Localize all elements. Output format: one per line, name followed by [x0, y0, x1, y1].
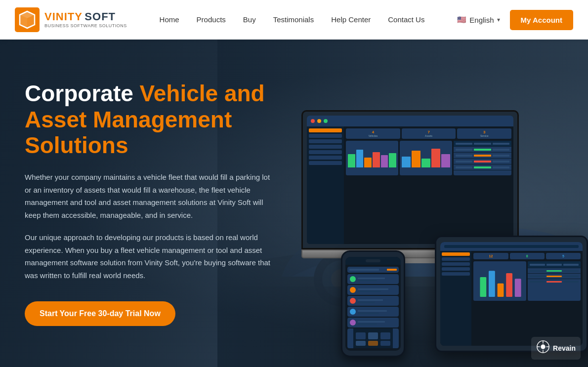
bar: [421, 159, 430, 167]
table-cell: [474, 166, 491, 168]
table-cell: [474, 161, 491, 163]
stat-label: Vehicles: [348, 134, 398, 137]
phone-item-text: [358, 321, 396, 325]
phone-list-item: [347, 285, 399, 295]
table-cell: [493, 166, 509, 168]
stat-card: 4 Vehicles: [346, 128, 400, 139]
tablet-chart-2: [528, 261, 581, 301]
dash-chart-area: [346, 141, 511, 175]
phone-screen: [345, 257, 401, 351]
tablet-sidebar: [440, 251, 471, 346]
tablet-table-cell: [563, 276, 579, 277]
dash-main: 4 Vehicles 7 Assets 3 Service: [344, 126, 513, 244]
sidebar-item: [309, 128, 342, 132]
phone-content: [345, 265, 401, 350]
phone-avatar: [350, 287, 356, 293]
tablet-chart-svg: [473, 261, 526, 301]
hero-cta-button[interactable]: Start Your Free 30-day Trial Now: [25, 301, 175, 326]
tablet-dash-header: [440, 242, 583, 251]
logo-text: VINITY SOFT BUSINESS SOFTWARE SOLUTIONS: [44, 11, 127, 28]
nav-contact-us[interactable]: Contact Us: [388, 15, 424, 24]
bar: [364, 158, 372, 167]
tablet-sidebar-item: [442, 267, 470, 271]
flag-icon: 🇺🇸: [457, 15, 466, 24]
svg-rect-19: [515, 279, 521, 297]
phone-avatar: [350, 276, 356, 282]
bar: [389, 153, 396, 167]
tablet-table-header: [528, 261, 581, 268]
phone-avatar: [350, 320, 356, 326]
dash-chart-bars: [346, 141, 398, 175]
svg-rect-25: [368, 341, 378, 346]
sidebar-item: [309, 161, 342, 165]
language-selector[interactable]: 🇺🇸 English ▾: [457, 15, 500, 24]
tablet-table-row: [528, 279, 581, 285]
dot-green: [324, 119, 328, 123]
hero-title-white: Corporate: [25, 81, 133, 106]
tablet-table-row: [528, 274, 581, 279]
phone-header-card: [347, 267, 399, 273]
dash-sidebar: [307, 126, 344, 244]
navbar: VINITY SOFT BUSINESS SOFTWARE SOLUTIONS …: [0, 0, 588, 40]
phone-item-text: [358, 310, 396, 314]
stat-label: Assets: [404, 134, 454, 137]
language-label: English: [469, 16, 494, 24]
table-row: [454, 147, 511, 153]
table-cell: [456, 149, 472, 151]
devices-mockup: 4 Vehicles 7 Assets 3 Service: [292, 100, 588, 367]
phone-text-line: [358, 310, 387, 312]
table-cell: [493, 149, 509, 151]
bar: [381, 155, 388, 167]
phone-title: [349, 269, 379, 271]
tablet-table-header-cell: [530, 264, 545, 266]
tablet-table-header-cell: [563, 264, 579, 266]
phone-avatar: [350, 309, 356, 315]
phone-list-item: [347, 307, 399, 317]
tablet-frame: 12 8 5: [435, 236, 588, 352]
tablet-dash-content: 12 8 5: [440, 251, 583, 346]
nav-products[interactable]: Products: [197, 15, 226, 24]
dash-content: 4 Vehicles 7 Assets 3 Service: [307, 126, 513, 244]
hero-paragraph-1: Whether your company maintains a vehicle…: [25, 171, 272, 221]
table-cell: [456, 143, 472, 145]
sidebar-item: [309, 145, 342, 149]
phone-notch-bar: [366, 259, 380, 262]
hero-title: Corporate Vehicle and Asset Management S…: [25, 81, 272, 159]
logo-tagline: BUSINESS SOFTWARE SOLUTIONS: [44, 23, 127, 28]
stat-card: 3 Service: [457, 128, 511, 139]
tablet-table-header-cell: [546, 264, 562, 266]
nav-help-center[interactable]: Help Center: [331, 15, 371, 24]
table-row: [454, 159, 511, 164]
bar-container: [402, 143, 450, 167]
table-cell: [474, 155, 491, 157]
svg-rect-18: [506, 273, 513, 297]
bar: [441, 154, 450, 167]
nav-buy[interactable]: Buy: [243, 15, 256, 24]
my-account-button[interactable]: My Account: [510, 10, 573, 30]
table-cell: [474, 143, 491, 145]
phone-image-area: [347, 328, 399, 348]
tablet-screen: 12 8 5: [440, 242, 583, 346]
table-cell: [493, 155, 509, 157]
revain-icon: [536, 340, 550, 357]
tablet-sidebar-item: [442, 257, 470, 261]
sidebar-item: [309, 134, 342, 138]
tablet-table-cell: [530, 276, 545, 277]
table-row: [454, 164, 511, 170]
tablet-table-cell: [563, 281, 579, 283]
nav-testimonials[interactable]: Testimonials: [273, 15, 314, 24]
phone-list-item: [347, 296, 399, 306]
laptop-screen: 4 Vehicles 7 Assets 3 Service: [301, 110, 519, 249]
svg-rect-24: [356, 341, 366, 346]
hero-content: Corporate Vehicle and Asset Management S…: [0, 51, 296, 356]
navbar-right: 🇺🇸 English ▾ My Account: [457, 10, 573, 30]
svg-rect-16: [489, 271, 495, 297]
logo-vinity: VINITY: [44, 10, 83, 23]
tablet-sidebar-item: [442, 272, 470, 276]
revain-label: Revain: [553, 344, 576, 352]
svg-rect-21: [356, 332, 366, 339]
table-cell: [474, 149, 491, 151]
phone-image-svg: [353, 328, 393, 348]
tablet-table-cell: [530, 281, 545, 283]
nav-home[interactable]: Home: [160, 15, 179, 24]
